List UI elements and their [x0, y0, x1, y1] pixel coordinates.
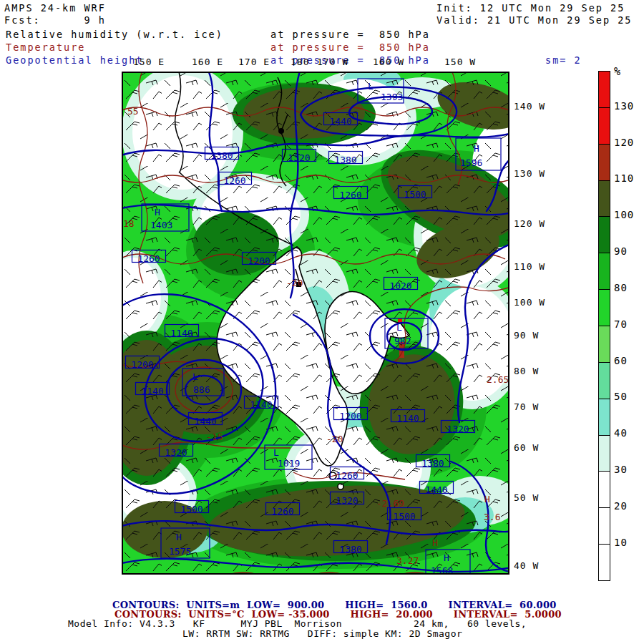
- wind-barbs: [122, 72, 509, 575]
- lon-label-right: 120 W: [514, 218, 545, 229]
- low-value: 1393: [381, 92, 403, 102]
- temp-label: -20: [286, 278, 303, 288]
- temp-label: 55: [127, 106, 139, 117]
- contour-label: 1260: [223, 175, 245, 186]
- low-marker: L: [273, 447, 279, 458]
- contour-label: 1200: [131, 359, 153, 370]
- contour-label: 1500: [393, 511, 415, 522]
- contour-label: 1380: [421, 458, 444, 469]
- low-value: 982: [394, 336, 411, 346]
- temp-label: 2.65: [487, 374, 509, 385]
- colorbar-unit: %: [614, 65, 620, 78]
- lon-label-right: 90 W: [514, 330, 539, 341]
- lon-label-top: 150 W: [444, 57, 476, 67]
- temp-label: 18: [123, 218, 135, 229]
- high-marker: H: [474, 143, 479, 154]
- antarctic-map: 1380 1320 1440 1380 1260 1260 1500 1140 …: [122, 72, 509, 575]
- colorbar-tick: 100: [614, 209, 634, 220]
- contour-label: 1200: [248, 255, 270, 266]
- low-value: 886: [193, 384, 210, 395]
- physics-info: LW: RRTM SW: RRTMG DIFF: simple KM: 2D S…: [182, 628, 462, 639]
- contour-label: 1260: [137, 253, 160, 264]
- temp-label: -2.69: [376, 498, 404, 509]
- high-marker: H: [176, 532, 182, 542]
- contour-label: 1260: [336, 470, 358, 481]
- high-value: 1596: [460, 157, 482, 168]
- colorbar-tick: 70: [614, 318, 628, 330]
- temp-label: 3.6: [484, 512, 500, 522]
- colorbar-tick: 40: [614, 427, 628, 439]
- lon-label-top: 160 W: [373, 57, 404, 67]
- temp-high-marker: H: [432, 537, 438, 548]
- temp-high-marker: H: [484, 494, 490, 504]
- low-value: 1019: [278, 458, 300, 469]
- contour-label: 1140: [141, 386, 163, 396]
- contour-label: 1200: [339, 411, 361, 421]
- high-value: 1403: [150, 220, 172, 230]
- model-info: Model Info: V4.3.3 KF MYJ PBL Morrison 2…: [68, 618, 527, 629]
- temp-label: -20: [326, 434, 343, 444]
- colorbar-tick: 30: [614, 464, 628, 475]
- high-marker: H: [155, 207, 160, 218]
- contour-label: 1320: [288, 152, 310, 163]
- contour-label: 1380: [334, 155, 356, 165]
- high-value: 1575: [169, 546, 191, 557]
- lon-label-right: 140 W: [514, 101, 545, 112]
- colorbar-tick: 80: [614, 282, 628, 293]
- high-marker: H: [444, 552, 449, 563]
- colorbar-tick: 110: [614, 172, 634, 184]
- colorbar-tick: 130: [614, 100, 634, 112]
- low-marker: L: [192, 371, 198, 382]
- contour-label: 1440: [194, 416, 216, 426]
- contour-label: 1440: [425, 484, 447, 495]
- lon-label-right: 60 W: [514, 442, 539, 453]
- weather-chart-page: AMPS 24-km WRF Fcst: 9 h Init: 12 UTC Mo…: [0, 0, 644, 644]
- smoothing-label: sm= 2: [545, 55, 582, 66]
- low-marker: L: [368, 81, 374, 92]
- forecast-hour: Fcst: 9 h: [4, 15, 106, 26]
- temp-label: 3.27: [396, 555, 419, 566]
- map-art: 1380 1320 1440 1380 1260 1260 1500 1140 …: [122, 72, 509, 575]
- field-temp-label: Temperature: [6, 42, 85, 53]
- colorbar-tick: 90: [614, 245, 628, 257]
- lon-label-right: 70 W: [514, 401, 539, 412]
- colorbar-tick: 60: [614, 355, 628, 366]
- field-rh-label: Relative humidity (w.r.t. ice): [6, 29, 223, 40]
- lon-label-right: 100 W: [514, 297, 545, 308]
- field-temp-level: at pressure = 850 hPa: [270, 42, 430, 53]
- lon-label-top: 150 E: [133, 57, 165, 67]
- contour-label: 1140: [170, 328, 192, 338]
- contour-label: 1320: [336, 495, 358, 506]
- contour-label: 1260: [271, 506, 293, 517]
- colorbar-tick: 50: [614, 391, 628, 402]
- valid-time: Valid: 21 UTC Mon 29 Sep 25: [436, 15, 632, 26]
- contour-label: 1320: [447, 424, 469, 434]
- contour-label: 1020: [389, 280, 411, 291]
- contour-label: 1260: [339, 190, 361, 200]
- contour-label: 1140: [396, 413, 419, 424]
- lon-label-top: 160 E: [192, 57, 223, 67]
- lon-label-right: 40 W: [514, 560, 539, 571]
- low-marker: L: [396, 322, 402, 333]
- lon-label-right: 50 W: [514, 492, 539, 503]
- colorbar-tick: 10: [614, 537, 628, 548]
- colorbar-tick: 20: [614, 500, 628, 512]
- contour-label: 1440: [329, 116, 351, 127]
- init-time: Init: 12 UTC Mon 29 Sep 25: [436, 3, 625, 14]
- lon-label-right: 80 W: [514, 366, 539, 376]
- colorbar-tick: 120: [614, 137, 634, 148]
- lon-label-top: 180: [291, 57, 309, 67]
- lon-label-right: 110 W: [514, 261, 545, 272]
- contour-label: 1140: [250, 399, 272, 410]
- contour-label: 1380: [210, 150, 233, 161]
- contour-label: 1380: [339, 544, 361, 555]
- contour-label: 1500: [180, 504, 203, 514]
- field-rh-level: at pressure = 850 hPa: [270, 29, 430, 40]
- lon-label-top: 170 W: [317, 57, 348, 67]
- lon-label-right: 130 W: [514, 168, 545, 179]
- contour-label: 1320: [165, 447, 187, 458]
- contour-label: 1500: [404, 189, 426, 200]
- colorbar: [598, 71, 610, 581]
- field-hgt-label: Geopotential height: [6, 55, 143, 66]
- page-title: AMPS 24-km WRF: [4, 3, 106, 14]
